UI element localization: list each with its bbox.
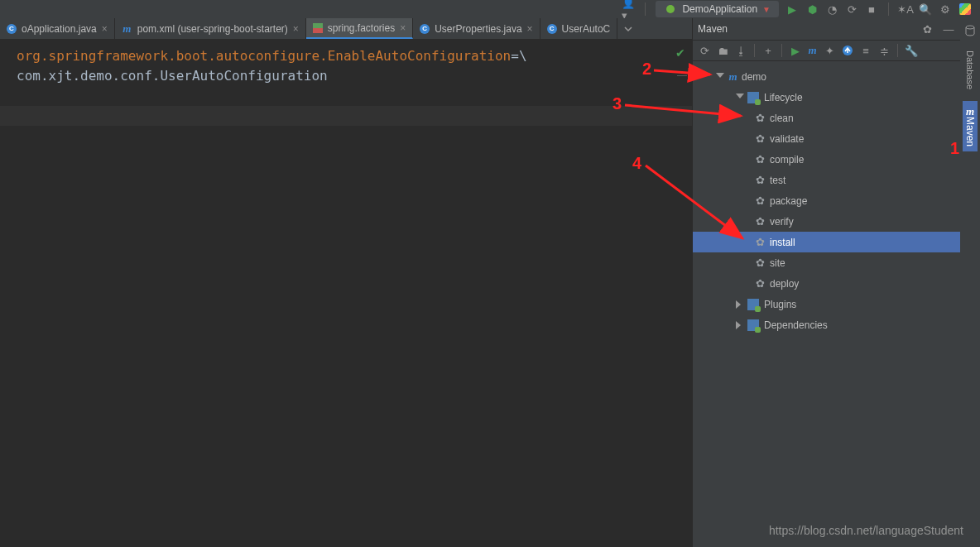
generate-sources-icon[interactable]: 🖿 xyxy=(716,44,729,57)
top-toolbar: 👤▾ DemoApplication ▼ ▶ ⬢ ◔ ⟳ ■ ✶A 🔍 ⚙ xyxy=(0,0,980,18)
project-label: demo xyxy=(742,71,766,83)
close-icon[interactable]: × xyxy=(102,23,108,35)
deps-label: Dependencies xyxy=(764,319,828,331)
goal-label: deploy xyxy=(770,278,799,290)
editor[interactable]: org.springframework.boot.autoconfigure.E… xyxy=(0,40,692,547)
maven-goal-install[interactable]: ✿ install xyxy=(693,232,960,252)
maven-goal-clean[interactable]: ✿ clean xyxy=(693,108,960,128)
maven-icon: m xyxy=(965,106,976,117)
maven-goal-verify[interactable]: ✿ verify xyxy=(693,211,960,232)
maven-goal-site[interactable]: ✿ site xyxy=(693,252,960,273)
svg-point-2 xyxy=(966,26,974,29)
tab-label: spring.factories xyxy=(328,22,395,34)
code-line-2: com.xjt.demo.conf.UserAutoConfiguration xyxy=(17,66,684,86)
maven-tab-label: Maven xyxy=(964,117,976,146)
gear-icon: ✿ xyxy=(756,174,765,186)
goal-label: install xyxy=(770,237,795,248)
chevron-right-icon xyxy=(736,321,744,329)
maven-title: Maven xyxy=(698,23,728,35)
gear-icon: ✿ xyxy=(756,194,765,207)
code-line-1: org.springframework.boot.autoconfigure.E… xyxy=(17,46,684,66)
stop-icon[interactable]: ■ xyxy=(865,2,878,16)
properties-icon xyxy=(313,23,323,33)
close-icon[interactable]: × xyxy=(400,22,406,34)
reimport-icon[interactable]: ⟳ xyxy=(698,44,711,57)
maven-goal-validate[interactable]: ✿ validate xyxy=(693,128,960,149)
goal-label: package xyxy=(770,195,807,207)
maven-deps-folder[interactable]: Dependencies xyxy=(693,314,960,335)
search-icon[interactable]: 🔍 xyxy=(919,2,932,16)
java-icon: C xyxy=(547,24,557,34)
maven-goal-compile[interactable]: ✿ compile xyxy=(693,149,960,170)
debug-icon[interactable]: ⬢ xyxy=(805,2,819,16)
tab-label: oApplication.java xyxy=(22,23,97,35)
folder-icon xyxy=(747,92,759,103)
maven-lifecycle-folder[interactable]: Lifecycle xyxy=(693,87,960,108)
maven-goal-package[interactable]: ✿ package xyxy=(693,190,960,211)
goal-label: validate xyxy=(770,133,804,145)
maven-tree: m demo Lifecycle ✿ clean ✿ validate ✿ co… xyxy=(693,61,960,547)
execute-goal-icon[interactable]: m xyxy=(807,46,818,56)
close-icon[interactable]: × xyxy=(527,23,533,35)
user-icon[interactable]: 👤▾ xyxy=(622,2,635,16)
toggle-offline-icon[interactable]: ✦ xyxy=(823,44,836,57)
maven-goal-test[interactable]: ✿ test xyxy=(693,170,960,190)
add-icon[interactable]: + xyxy=(761,44,775,57)
tab-spring-factories[interactable]: spring.factories × xyxy=(306,18,413,39)
tab-userproperties[interactable]: C UserProperties.java × xyxy=(413,18,540,39)
right-tool-stripe: Database m Maven xyxy=(960,18,980,547)
maven-header: Maven ✿ — xyxy=(693,18,960,40)
tab-label: pom.xml (user-spring-boot-starter) xyxy=(137,23,288,35)
gear-icon: ✿ xyxy=(756,236,765,248)
svg-point-0 xyxy=(666,5,675,13)
show-deps-icon[interactable]: ≡ xyxy=(859,44,872,57)
tab-pom[interactable]: m pom.xml (user-spring-boot-starter) × xyxy=(115,18,306,39)
maven-goal-deploy[interactable]: ✿ deploy xyxy=(693,273,960,294)
close-icon[interactable]: × xyxy=(293,23,299,35)
maven-tool-window: Maven ✿ — ⟳ 🖿 ⭳ + ▶ m ✦ ≡ ≑ 🔧 m demo L xyxy=(692,18,960,547)
run-config-selector[interactable]: DemoApplication ▼ xyxy=(656,1,779,17)
java-icon: C xyxy=(7,24,17,34)
gear-icon: ✿ xyxy=(756,112,765,124)
maven-icon: m xyxy=(122,23,132,34)
collapse-all-icon[interactable]: ≑ xyxy=(877,44,891,57)
gear-icon: ✿ xyxy=(756,132,765,145)
run-maven-icon[interactable]: ▶ xyxy=(789,44,802,57)
gear-icon: ✿ xyxy=(756,153,765,166)
gear-icon: ✿ xyxy=(756,277,765,290)
goal-label: verify xyxy=(770,216,794,228)
maven-tab[interactable]: m Maven xyxy=(963,101,978,151)
java-icon: C xyxy=(420,24,430,34)
run-icon[interactable]: ▶ xyxy=(785,2,799,16)
translate-icon[interactable]: ✶A xyxy=(899,2,912,16)
database-tab[interactable]: Database xyxy=(963,44,977,96)
coverage-icon[interactable]: ◔ xyxy=(825,2,838,16)
hide-icon[interactable]: — xyxy=(942,22,955,36)
maven-project-demo[interactable]: m demo xyxy=(693,66,960,87)
gear-icon[interactable]: ✿ xyxy=(920,22,934,36)
wrench-icon[interactable]: 🔧 xyxy=(905,44,918,57)
tab-userautoc[interactable]: C UserAutoC xyxy=(540,18,618,39)
download-icon[interactable]: ⭳ xyxy=(734,44,747,57)
tab-oapplication[interactable]: C oApplication.java × xyxy=(0,18,115,39)
toggle-skip-tests-icon[interactable] xyxy=(841,44,854,57)
tab-label: UserAutoC xyxy=(562,23,611,35)
maven-plugins-folder[interactable]: Plugins xyxy=(693,294,960,314)
goal-label: site xyxy=(770,257,785,269)
shield-icon[interactable] xyxy=(958,2,972,16)
maven-icon: m xyxy=(728,71,738,82)
database-icon[interactable] xyxy=(964,25,976,39)
goal-label: compile xyxy=(770,154,804,166)
settings-icon[interactable]: ⚙ xyxy=(939,2,952,16)
folder-icon xyxy=(747,299,759,310)
watermark: https://blog.csdn.net/languageStudent xyxy=(769,524,963,537)
chevron-down-icon xyxy=(716,73,724,81)
gear-icon: ✿ xyxy=(756,257,765,269)
lifecycle-label: Lifecycle xyxy=(764,92,803,103)
goal-label: clean xyxy=(770,113,794,124)
goal-label: test xyxy=(770,175,785,186)
profile-icon[interactable]: ⟳ xyxy=(845,2,858,16)
maven-toolbar: ⟳ 🖿 ⭳ + ▶ m ✦ ≡ ≑ 🔧 xyxy=(693,40,960,61)
more-tabs-icon[interactable] xyxy=(617,18,639,39)
chevron-down-icon xyxy=(736,94,744,102)
